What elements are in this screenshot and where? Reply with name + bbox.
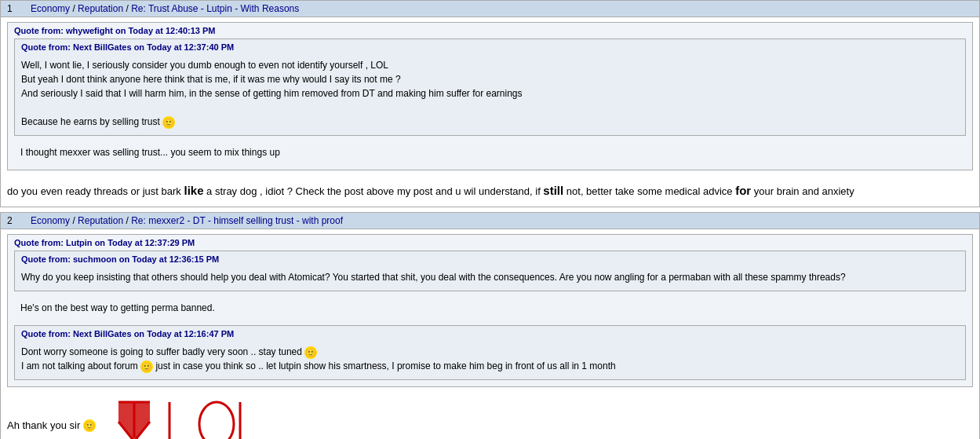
post-2-middle-body: He's on the best way to getting perma ba… bbox=[14, 294, 966, 322]
post-2-number: 2 bbox=[7, 215, 13, 226]
emoji-smile-1: 🙂 bbox=[162, 116, 175, 129]
breadcrumb-reputation-1[interactable]: Reputation bbox=[78, 3, 123, 14]
post-1-bold-still: still bbox=[543, 184, 563, 197]
post-2-inner-quote-1-body: Why do you keep insisting that others sh… bbox=[21, 267, 959, 287]
post-1-bold-text: like bbox=[184, 184, 203, 197]
post-1-inner-quote: Quote from: Next BillGates on Today at 1… bbox=[14, 38, 966, 136]
emoji-smile-4: 🙂 bbox=[83, 419, 96, 432]
post-1-outer-quote-body: I thought mexxer was selling trust... yo… bbox=[14, 139, 966, 166]
post-2-ah-text: Ah thank you sir bbox=[7, 418, 80, 434]
svg-point-6 bbox=[199, 402, 234, 439]
arrow-fill bbox=[118, 402, 150, 439]
post-1-outer-quote: Quote from: whywefight on Today at 12:40… bbox=[7, 22, 973, 170]
emoji-smile-3: 🙂 bbox=[140, 360, 153, 373]
post-1-header: 1 Economy / Reputation / Re: Trust Abuse… bbox=[1, 1, 979, 17]
post-1-bold-for: for bbox=[735, 184, 751, 197]
post-1-inner-quote-header: Quote from: Next BillGates on Today at 1… bbox=[21, 42, 959, 52]
post-2-line1: Ah thank you sir 🙂 bbox=[7, 398, 973, 439]
post-2-inner-quote-2: Quote from: Next BillGates on Today at 1… bbox=[14, 325, 966, 380]
post-1-outer-quote-header: Quote from: whywefight on Today at 12:40… bbox=[14, 26, 966, 35]
breadcrumb-economy-1[interactable]: Economy bbox=[31, 3, 70, 14]
post-2-inner-quote-1: Quote from: suchmoon on Today at 12:36:1… bbox=[14, 251, 966, 291]
post-1-body: do you even ready threads or just bark l… bbox=[1, 175, 979, 207]
post-1-number: 1 bbox=[7, 3, 13, 14]
post-2-header: 2 Economy / Reputation / Re: mexxer2 - D… bbox=[1, 213, 979, 229]
post-1: 1 Economy / Reputation / Re: Trust Abuse… bbox=[0, 0, 980, 207]
post-2-inner-quote-2-header: Quote from: Next BillGates on Today at 1… bbox=[21, 329, 959, 338]
post-2-inner-quote-2-body: Dont worry someone is going to suffer ba… bbox=[21, 342, 959, 376]
breadcrumb-economy-2[interactable]: Economy bbox=[31, 215, 70, 226]
post-2-body: Ah thank you sir 🙂 bbox=[1, 392, 979, 439]
breadcrumb-thread-2[interactable]: Re: mexxer2 - DT - himself selling trust… bbox=[131, 215, 343, 226]
post-1-inner-quote-body: Well, I wont lie, I seriously consider y… bbox=[21, 55, 959, 132]
post-2: 2 Economy / Reputation / Re: mexxer2 - D… bbox=[0, 212, 980, 439]
emoji-smile-2: 🙂 bbox=[304, 346, 317, 359]
post-2-outer-quote-header: Quote from: Lutpin on Today at 12:37:29 … bbox=[14, 238, 966, 247]
breadcrumb-thread-1[interactable]: Re: Trust Abuse - Lutpin - With Reasons bbox=[131, 3, 299, 14]
breadcrumb-reputation-2[interactable]: Reputation bbox=[78, 215, 123, 226]
post-2-inner-quote-1-header: Quote from: suchmoon on Today at 12:36:1… bbox=[21, 254, 959, 264]
post-2-outer-quote: Quote from: Lutpin on Today at 12:37:29 … bbox=[7, 234, 973, 387]
hand-drawn-shapes bbox=[107, 398, 279, 439]
